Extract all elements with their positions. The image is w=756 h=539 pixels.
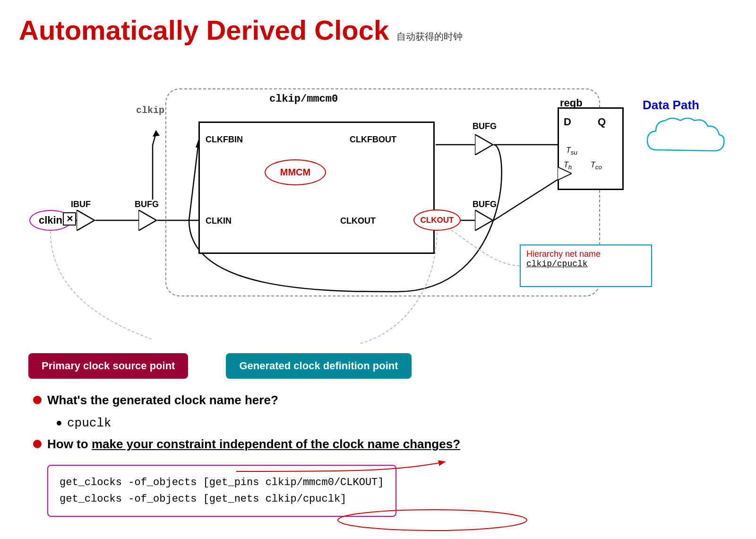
bullet-2-dot xyxy=(33,440,42,448)
bullet-2: How to make your constraint independent … xyxy=(33,437,737,452)
hierarchy-line2: clkip/cpuclk xyxy=(526,259,645,269)
generated-clock-badge: Generated clock definition point xyxy=(226,353,411,379)
code-line-2: get_clocks -of_objects [get_nets clkip/c… xyxy=(60,491,384,507)
ibuf-triangle-svg xyxy=(77,210,97,231)
data-path-label: Data Path xyxy=(643,98,699,113)
svg-marker-13 xyxy=(77,210,94,231)
svg-marker-14 xyxy=(138,210,156,231)
sub-bullet-text: cpuclk xyxy=(67,416,112,430)
mmcm-oval: MMCM xyxy=(265,159,326,185)
cloud-svg xyxy=(638,112,732,169)
hierarchy-line1: Hierarchy net name xyxy=(526,249,645,259)
code-box: get_clocks -of_objects [get_pins clkip/m… xyxy=(47,465,396,517)
regb-q-label: Q xyxy=(598,116,606,128)
clkip-label: clkip xyxy=(136,105,164,116)
regb-tco: Tco xyxy=(591,161,602,171)
svg-line-9 xyxy=(153,133,156,145)
clkfbin-label: CLKFBIN xyxy=(206,135,243,145)
svg-marker-16 xyxy=(475,210,493,231)
mmcm-oval-text: MMCM xyxy=(280,167,310,178)
bullet-1-text: What's the generated clock name here? xyxy=(47,393,278,408)
bufg-top-label: BUFG xyxy=(472,122,497,131)
labels-row: Primary clock source point Generated clo… xyxy=(28,353,737,379)
title-area: Automatically Derived Clock 自动获得的时钟 xyxy=(19,14,737,46)
bullet-1: What's the generated clock name here? xyxy=(33,393,737,408)
clkout-oval: CLKOUT xyxy=(413,209,461,231)
svg-marker-10 xyxy=(153,130,160,137)
diagram-area: clkip clkip/mmcm0 CLKFBIN CLKFBOUT CLKIN… xyxy=(19,60,737,344)
code-line-1: get_clocks -of_objects [get_pins clkip/m… xyxy=(60,474,384,491)
main-container: Automatically Derived Clock 自动获得的时钟 xyxy=(0,0,756,531)
subtitle-zh: 自动获得的时钟 xyxy=(396,30,463,43)
sub-bullet-dot xyxy=(57,421,61,426)
clkin-x-box: ✕ xyxy=(63,212,76,226)
hierarchy-box: Hierarchy net name clkip/cpuclk xyxy=(520,244,652,287)
sub-bullet-cpuclk: cpuclk xyxy=(57,416,737,430)
regb-tsu: Tsu xyxy=(566,146,577,156)
bufg-left-label: BUFG xyxy=(135,200,159,209)
bullets-section: What's the generated clock name here? cp… xyxy=(33,393,737,517)
main-title: Automatically Derived Clock xyxy=(19,14,389,46)
ibuf-label: IBUF xyxy=(71,200,91,209)
bufg-left-triangle-svg xyxy=(138,210,159,231)
clkout-label: CLKOUT xyxy=(340,216,376,226)
regb-d-label: D xyxy=(564,116,571,128)
clkin-mmcm-label: CLKIN xyxy=(206,216,232,226)
clkout-oval-text: CLKOUT xyxy=(421,216,454,225)
bufg-top-triangle-svg xyxy=(475,134,496,155)
svg-marker-15 xyxy=(475,134,493,155)
regb-label: regb xyxy=(560,97,583,109)
bufg-bottom-label: BUFG xyxy=(472,200,497,209)
bullet-1-dot xyxy=(33,396,42,404)
clkin-port-text: clkin xyxy=(39,214,62,226)
bullet-2-text: How to make your constraint independent … xyxy=(47,437,460,452)
clkfbout-label: CLKFBOUT xyxy=(350,135,396,145)
primary-clock-badge: Primary clock source point xyxy=(28,353,188,379)
mmcm-region-label: clkip/mmcm0 xyxy=(269,93,338,105)
bufg-bottom-triangle-svg xyxy=(475,210,496,231)
regb-th: Th xyxy=(564,161,572,171)
